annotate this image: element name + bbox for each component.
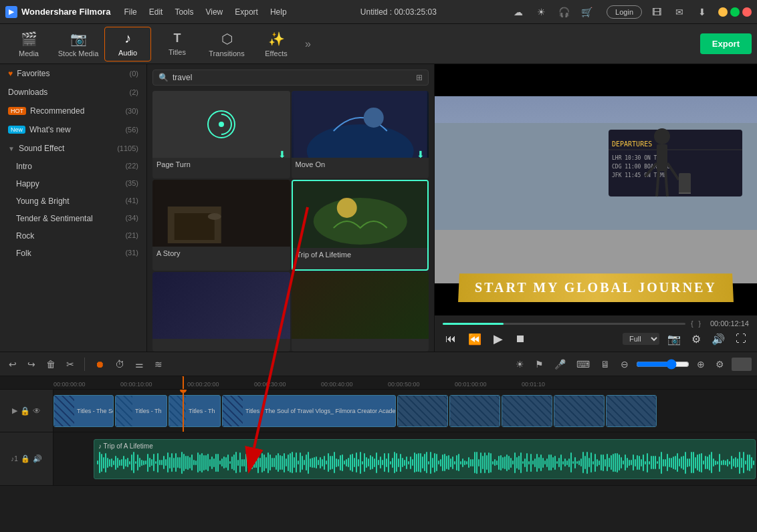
headphone-icon[interactable]: 🎧 [556, 4, 572, 20]
sidebar-item-soundeffect[interactable]: ▼Sound Effect (1105) [0, 139, 146, 158]
toolbar-titles[interactable]: T Titles [154, 27, 201, 61]
track-eye-icon[interactable]: 👁 [33, 406, 41, 416]
plus-circle-button[interactable]: ⊕ [693, 357, 708, 372]
snapshot-button[interactable]: 📷 [665, 331, 683, 347]
tl-right-tools: ☀ ⚑ 🎤 ⌨ 🖥 ⊖ ⊕ ⚙ [512, 357, 752, 372]
audio-card-extra1[interactable] [152, 272, 290, 352]
cloud-icon[interactable]: ☁ [510, 4, 526, 20]
wave-button[interactable]: ≋ [151, 357, 166, 372]
delete-button[interactable]: 🗑 [43, 357, 59, 372]
toolbar-transitions[interactable]: ⬡ Transitions [203, 27, 250, 61]
audio-card-astory[interactable]: A Story [152, 180, 290, 270]
mail-icon[interactable]: ✉ [671, 4, 687, 20]
menu-view[interactable]: View [205, 7, 223, 17]
media-icon: 🎬 [21, 31, 37, 47]
menu-edit[interactable]: Edit [149, 7, 163, 17]
intro-count: (22) [125, 162, 138, 171]
sidebar-item-happy[interactable]: Happy (35) [0, 175, 146, 192]
menu-help[interactable]: Help [270, 7, 287, 17]
zoom-select[interactable]: Full 50% 75% [623, 333, 659, 345]
login-button[interactable]: Login [607, 5, 642, 19]
minimize-button[interactable] [718, 7, 728, 17]
search-input[interactable] [173, 73, 416, 82]
video-clip-7[interactable] [554, 395, 605, 427]
audio-clip[interactable]: ♪ Trip of A Lifetime [94, 439, 756, 479]
sidebar-item-youngbright[interactable]: Young & Bright (41) [0, 192, 146, 210]
redo-button[interactable]: ↪ [24, 357, 39, 372]
video-clip-0[interactable]: Titles - The Soul of [53, 395, 114, 427]
toolbar-effects[interactable]: ✨ Effects [253, 27, 300, 61]
svg-rect-23 [657, 144, 667, 171]
audio-card-tripoflife[interactable]: Trip of A Lifetime [292, 180, 429, 270]
track-lock-icon[interactable]: 🔒 [20, 406, 30, 416]
video-clip-8[interactable] [606, 395, 657, 427]
toolbar-audio[interactable]: ♪ Audio [104, 27, 151, 61]
video-clip-1[interactable]: Titles - Th [115, 395, 167, 427]
grid-icon[interactable]: ⊞ [416, 73, 423, 82]
video-clip-6[interactable] [502, 395, 552, 427]
tl-panel-toggle[interactable] [732, 358, 752, 371]
maximize-button[interactable] [730, 7, 740, 17]
key-button[interactable]: ⌨ [573, 357, 593, 372]
favorites-label: Favorites [17, 69, 49, 78]
video-clip-3[interactable]: Titles - The Soul of Travel Vlogs_ Filmo… [222, 395, 396, 427]
sidebar-item-downloads[interactable]: Downloads (2) [0, 83, 146, 102]
video-clip-2[interactable]: Titles - Th [169, 395, 221, 427]
happy-label: Happy [16, 179, 39, 188]
menu-file[interactable]: File [124, 7, 136, 17]
sun-icon[interactable]: ☀ [533, 4, 549, 20]
zoom-slider[interactable] [636, 359, 689, 370]
record-button[interactable]: ⏺ [92, 357, 108, 372]
sidebar-item-whatsnew[interactable]: NewWhat's new (56) [0, 120, 146, 139]
undo-button[interactable]: ↩ [5, 357, 20, 372]
video-clip-4[interactable] [397, 395, 448, 427]
audio-card-moveon[interactable]: ⬇ Move On [292, 91, 429, 178]
audio-lock-icon[interactable]: 🔒 [21, 454, 30, 463]
progress-bar[interactable] [443, 323, 685, 325]
toolbar-stock[interactable]: 📷 Stock Media [55, 27, 102, 61]
whatsnew-label: What's new [29, 125, 71, 134]
audio-vol-icon[interactable]: 🔊 [33, 454, 42, 463]
audio-card-extra2[interactable] [292, 272, 429, 352]
sidebar-item-intro[interactable]: Intro (22) [0, 158, 146, 175]
stop-button[interactable]: ⏹ [512, 331, 528, 346]
app-name: Wondershare Filmora [21, 7, 110, 17]
toolbar-media[interactable]: 🎬 Media [5, 27, 52, 61]
toolbar-more[interactable]: » [305, 38, 311, 50]
cut-button[interactable]: ✂ [63, 357, 78, 372]
minus-circle-button[interactable]: ⊖ [617, 357, 632, 372]
timer-button[interactable]: ⏱ [112, 357, 128, 372]
sidebar-item-folk[interactable]: Folk (31) [0, 245, 146, 262]
audio-card-pageturn[interactable]: ⬇ Page Turn [152, 91, 290, 178]
close-button[interactable] [742, 7, 752, 17]
prev-frame-button[interactable]: ⏮ [443, 331, 459, 346]
sidebar-item-rock[interactable]: Rock (21) [0, 227, 146, 245]
timeline: ↩ ↪ 🗑 ✂ ⏺ ⏱ ⚌ ≋ ☀ ⚑ 🎤 ⌨ 🖥 ⊖ ⊕ ⚙ 00:00:00… [0, 352, 757, 532]
download-moveon-icon[interactable]: ⬇ [417, 149, 425, 160]
volume-button[interactable]: 🔊 [709, 331, 728, 347]
flag-button[interactable]: ⚑ [532, 357, 547, 372]
fullscreen-button[interactable]: ⛶ [733, 331, 749, 346]
download-icon[interactable]: ⬇ [694, 4, 710, 20]
cart-icon[interactable]: 🛒 [578, 4, 594, 20]
play-button[interactable]: ▶ [491, 330, 506, 348]
filmstrip-icon[interactable]: 🎞 [649, 4, 665, 20]
download-pageturn-icon[interactable]: ⬇ [278, 149, 286, 160]
mic-button[interactable]: 🎤 [551, 357, 569, 372]
effects-label: Effects [265, 49, 287, 57]
adjust-button[interactable]: ⚌ [132, 357, 147, 372]
video-clip-5[interactable] [449, 395, 500, 427]
monitor-button[interactable]: 🖥 [597, 357, 613, 372]
sidebar-item-recommended[interactable]: HOTRecommended (30) [0, 102, 146, 120]
export-button[interactable]: Export [700, 33, 752, 54]
settings-button[interactable]: ⚙ [689, 331, 704, 347]
sun-tl-button[interactable]: ☀ [512, 357, 528, 372]
timeline-tracks: ▶ 🔒 👁 Titles - The Soul of Titles - Th [0, 390, 757, 532]
menu-tools[interactable]: Tools [175, 7, 193, 17]
menu-export[interactable]: Export [235, 7, 258, 17]
sidebar-item-favorites[interactable]: ♥Favorites (0) [0, 64, 146, 83]
step-back-button[interactable]: ⏪ [465, 331, 484, 347]
sidebar-item-tender[interactable]: Tender & Sentimental (34) [0, 210, 146, 227]
pageturn-label: Page Turn [152, 158, 290, 171]
tl-settings-button[interactable]: ⚙ [712, 357, 728, 372]
